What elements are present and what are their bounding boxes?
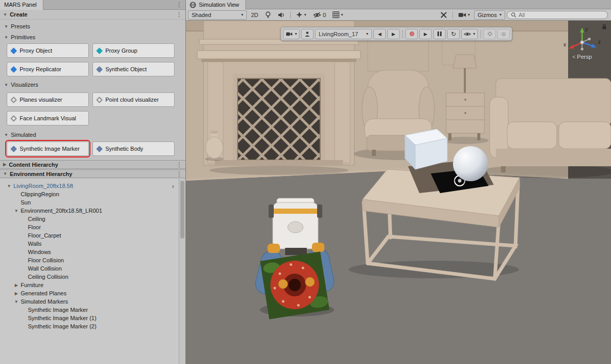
scene-lighting-button[interactable] bbox=[262, 10, 274, 20]
grid-settings-dropdown[interactable]: ▾ bbox=[330, 10, 346, 20]
tree-item-synthetic-image-marker[interactable]: Synthetic Image Marker bbox=[0, 306, 178, 314]
tree-item-furniture[interactable]: ▶Furniture bbox=[0, 281, 178, 289]
tab-simulation-view[interactable]: Simulation View bbox=[186, 0, 246, 9]
tree-scrollbar-thumb[interactable] bbox=[180, 181, 184, 239]
content-hierarchy-header[interactable]: ▶ Content Hierarchy ⋮ bbox=[0, 160, 185, 169]
synthetic-image-marker-button[interactable]: Synthetic Image Marker bbox=[7, 141, 89, 156]
proxy-object-button[interactable]: Proxy Object bbox=[7, 43, 89, 58]
synthetic-object-button[interactable]: Synthetic Object bbox=[92, 62, 175, 76]
foldout-down-icon[interactable]: ▼ bbox=[3, 12, 7, 17]
scene-visibility-button[interactable]: 0 bbox=[310, 10, 328, 20]
scene-effects-dropdown[interactable]: ▾ bbox=[293, 10, 309, 20]
pane-menu-icon[interactable]: ⋮ bbox=[176, 2, 182, 8]
tree-item-ceiling[interactable]: Ceiling bbox=[0, 215, 178, 223]
foldout-presets[interactable]: ▼ Presets bbox=[0, 22, 185, 30]
foldout-down-icon[interactable]: ▼ bbox=[13, 299, 19, 304]
frame-target-button[interactable]: ⊕ bbox=[497, 29, 510, 39]
hierarchy-next-chevron[interactable]: › bbox=[172, 183, 174, 189]
environment-hierarchy-header[interactable]: ▼ Environment Hierarchy ⋮ bbox=[0, 169, 185, 178]
tree-item-label: Floor Collision bbox=[28, 257, 64, 263]
tree-item-floor-collision[interactable]: Floor Collision bbox=[0, 256, 178, 264]
tree-item-ceiling-collision[interactable]: Ceiling Collision bbox=[0, 273, 178, 281]
tree-item-sun[interactable]: Sun bbox=[0, 198, 178, 207]
collapse-chevron-icon: < bbox=[572, 54, 575, 60]
camera-settings-dropdown[interactable]: ▾ bbox=[456, 10, 473, 20]
tab-mars-panel[interactable]: MARS Panel bbox=[0, 0, 43, 10]
foldout-down-icon[interactable]: ▼ bbox=[13, 209, 19, 213]
foldout-right-icon[interactable]: ▶ bbox=[13, 291, 19, 296]
tree-item-floor[interactable]: Floor bbox=[0, 223, 178, 231]
environment-dropdown[interactable]: LivingRoom_17 ▾ bbox=[315, 29, 372, 39]
tree-item-floor-carpet[interactable]: Floor_Carpet bbox=[0, 231, 178, 240]
simulated-user-button[interactable] bbox=[301, 29, 314, 39]
tree-item-synthetic-image-marker-2[interactable]: Synthetic Image Marker (2) bbox=[0, 322, 178, 330]
pane-menu-icon[interactable]: ⋮ bbox=[176, 170, 182, 178]
proxy-group-button[interactable]: Proxy Group bbox=[92, 43, 175, 58]
visualizers-button-grid: Planes visualizerPoint cloud visualizerF… bbox=[7, 92, 180, 125]
target-icon: ⊕ bbox=[501, 30, 506, 38]
tree-item-livingroom-20ftx18-5ft[interactable]: ▼LivingRoom_20ftx18.5ft bbox=[0, 182, 178, 190]
button-label: Proxy Replicator bbox=[20, 66, 61, 72]
foldout-primitives[interactable]: ▼ Primitives bbox=[0, 33, 185, 41]
point-cloud-visualizer-button[interactable]: Point cloud visualizer bbox=[92, 92, 175, 107]
pane-menu-icon[interactable]: ⋮ bbox=[176, 161, 182, 168]
foldout-down-icon[interactable]: ▼ bbox=[3, 171, 7, 176]
tree-scrollbar[interactable] bbox=[179, 179, 185, 364]
foldout-down-icon[interactable]: ▼ bbox=[6, 184, 12, 188]
foldout-simulated[interactable]: ▼ Simulated bbox=[0, 131, 185, 139]
chevron-down-icon: ▾ bbox=[295, 31, 297, 36]
component-tools-button[interactable] bbox=[437, 10, 450, 20]
shading-mode-dropdown[interactable]: Shaded ▾ bbox=[188, 10, 247, 20]
create-section-header[interactable]: ▼ Create ⋮ bbox=[0, 10, 185, 20]
button-label: Proxy Group bbox=[105, 48, 137, 54]
button-label: Synthetic Body bbox=[105, 146, 143, 152]
search-field[interactable] bbox=[507, 11, 608, 19]
tree-item-generated-planes[interactable]: ▶Generated Planes bbox=[0, 289, 178, 297]
simulated-label: Simulated bbox=[11, 132, 36, 138]
overlay-lock-button[interactable] bbox=[601, 23, 607, 30]
next-environment-button[interactable]: ▶ bbox=[387, 29, 400, 39]
primitives-button-grid: Proxy ObjectProxy GroupProxy ReplicatorS… bbox=[7, 43, 180, 76]
simulation-3d-viewport[interactable]: ▾ LivingRoom_17 ▾ ◀ ▶ ▶ ↻ bbox=[186, 21, 611, 364]
scene-orientation-gizmo[interactable]: y x z <Persp bbox=[560, 25, 604, 60]
synthetic-body-button[interactable]: Synthetic Body bbox=[92, 141, 175, 156]
proxy-replicator-button[interactable]: Proxy Replicator bbox=[7, 62, 89, 76]
view-options-dropdown[interactable]: ▾ bbox=[461, 29, 478, 39]
foldout-right-icon[interactable]: ▶ bbox=[13, 283, 19, 288]
planes-visualizer-button[interactable]: Planes visualizer bbox=[7, 92, 89, 107]
play-button[interactable]: ▶ bbox=[419, 29, 432, 39]
face-landmark-visual-button[interactable]: Face Landmark Visual bbox=[7, 111, 89, 125]
toolbar-separator bbox=[452, 11, 453, 19]
environment-name: LivingRoom_17 bbox=[319, 31, 358, 37]
toolbar-separator bbox=[480, 30, 481, 38]
pause-button[interactable] bbox=[433, 29, 446, 39]
play-icon: ▶ bbox=[424, 31, 428, 37]
tree-item-windows[interactable]: Windows bbox=[0, 248, 178, 256]
tree-item-walls[interactable]: Walls bbox=[0, 240, 178, 248]
chevron-down-icon: ▾ bbox=[468, 12, 470, 17]
proxy-group-icon bbox=[96, 48, 103, 54]
gizmo-mode-button[interactable] bbox=[483, 29, 496, 39]
search-input[interactable] bbox=[519, 12, 604, 18]
record-button[interactable] bbox=[405, 29, 418, 39]
axis-gizmo[interactable]: y x z bbox=[562, 25, 602, 55]
scene-audio-button[interactable] bbox=[275, 10, 288, 20]
tree-item-environment-20ftx18-5ft-lr001[interactable]: ▼Environment_20ftx18.5ft_LR001 bbox=[0, 207, 178, 215]
tree-item-label: Synthetic Image Marker bbox=[28, 307, 88, 313]
previous-environment-button[interactable]: ◀ bbox=[373, 29, 386, 39]
simulation-controls-toolbar: ▾ LivingRoom_17 ▾ ◀ ▶ ▶ ↻ bbox=[280, 27, 512, 41]
tree-item-synthetic-image-marker-1[interactable]: Synthetic Image Marker (1) bbox=[0, 314, 178, 322]
axis-x-label: x bbox=[563, 42, 566, 48]
tree-item-simulated-markers[interactable]: ▼Simulated Markers bbox=[0, 297, 178, 306]
tree-item-clippingregion[interactable]: ClippingRegion bbox=[0, 190, 178, 198]
foldout-visualizers[interactable]: ▼ Visualizers bbox=[0, 81, 185, 89]
foldout-right-icon[interactable]: ▶ bbox=[3, 162, 6, 167]
toggle-2d-button[interactable]: 2D bbox=[248, 10, 261, 20]
tree-item-label: Generated Planes bbox=[21, 290, 67, 296]
tree-item-wall-collision[interactable]: Wall Collision bbox=[0, 264, 178, 273]
synthetic-image-marker-icon bbox=[10, 146, 17, 152]
view-camera-dropdown[interactable]: ▾ bbox=[283, 29, 300, 39]
gizmos-dropdown[interactable]: Gizmos ▾ bbox=[474, 10, 505, 20]
loop-button[interactable]: ↻ bbox=[447, 29, 460, 39]
pane-menu-icon[interactable]: ⋮ bbox=[176, 11, 182, 18]
